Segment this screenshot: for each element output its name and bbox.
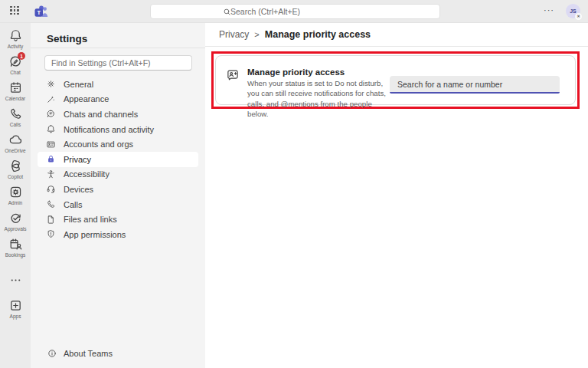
settings-item-notifications-and-activity[interactable]: Notifications and activity: [38, 122, 198, 137]
search-icon: [223, 8, 231, 16]
avatar[interactable]: JS: [566, 4, 580, 18]
breadcrumb-separator: >: [254, 30, 259, 39]
settings-item-files-and-links[interactable]: Files and links: [38, 212, 198, 227]
bell-icon: [46, 124, 56, 134]
rail-item-approvals[interactable]: Approvals: [0, 209, 31, 235]
settings-header: Settings: [31, 23, 205, 48]
rail-item-label: Admin: [8, 200, 22, 205]
admin-gear-icon: [8, 185, 23, 199]
document-icon: [46, 215, 56, 225]
top-bar: T ··· JS: [0, 0, 588, 23]
bookings-icon: [8, 237, 23, 251]
info-icon: [47, 349, 57, 358]
settings-sidebar: Settings GeneralAppearanceChats and chan…: [31, 23, 205, 368]
settings-item-privacy[interactable]: Privacy: [38, 152, 198, 167]
breadcrumb-privacy[interactable]: Privacy: [219, 29, 249, 40]
settings-item-label: General: [64, 80, 93, 89]
priority-search-input[interactable]: [390, 76, 560, 94]
rail-item-label: OneDrive: [5, 148, 25, 153]
cloud-icon: [8, 133, 23, 147]
global-search[interactable]: [150, 4, 440, 19]
settings-search: [44, 55, 192, 71]
rail-item-copilot[interactable]: Copilot: [0, 156, 31, 182]
priority-search: [390, 76, 560, 94]
settings-item-accessibility[interactable]: Accessibility: [38, 167, 198, 182]
rail-item-label: Chat: [10, 70, 21, 75]
manage-priority-access-card: Manage priority access When your status …: [215, 55, 576, 105]
settings-item-calls[interactable]: Calls: [38, 197, 198, 212]
app-layout: Activity1ChatCalendarCallsOneDriveCopilo…: [0, 23, 588, 368]
rail-item-label: Copilot: [8, 174, 23, 179]
calendar-icon: [8, 80, 23, 95]
app-rail: Activity1ChatCalendarCallsOneDriveCopilo…: [0, 23, 31, 368]
settings-item-app-permissions[interactable]: App permissions: [38, 227, 198, 242]
accessibility-icon: [46, 169, 56, 179]
more-options-icon[interactable]: ···: [544, 5, 554, 15]
rail-item-label: Calls: [10, 122, 21, 127]
phone-icon: [46, 199, 56, 209]
unread-badge: 1: [18, 52, 25, 60]
app-launcher-icon[interactable]: [10, 6, 21, 17]
about-teams-label: About Teams: [64, 349, 113, 358]
settings-item-label: Notifications and activity: [64, 125, 154, 134]
headset-icon: [46, 184, 56, 194]
settings-item-label: Accessibility: [64, 169, 109, 179]
copilot-icon: [8, 159, 23, 173]
approvals-icon: [8, 211, 23, 225]
rail-item-label: Apps: [10, 314, 21, 319]
settings-item-appearance[interactable]: Appearance: [38, 92, 198, 107]
rail-item-calls[interactable]: Calls: [0, 104, 31, 130]
id-card-icon: [46, 140, 56, 150]
settings-item-label: Calls: [64, 200, 82, 209]
settings-search-input[interactable]: [44, 55, 192, 71]
settings-nav-list: GeneralAppearanceChats and channelsNotif…: [31, 77, 205, 242]
rail-item-label: Approvals: [5, 226, 27, 232]
global-search-input[interactable]: [230, 7, 433, 16]
settings-item-label: Files and links: [64, 215, 117, 224]
phone-icon: [8, 107, 23, 121]
settings-item-accounts-and-orgs[interactable]: Accounts and orgs: [38, 136, 198, 152]
more-icon: [8, 273, 23, 288]
avatar-initials: JS: [570, 8, 577, 14]
card-title: Manage priority access: [247, 67, 390, 77]
rail-item-activity[interactable]: Activity: [0, 26, 31, 52]
rail-item-label: Activity: [8, 44, 24, 49]
settings-item-label: Accounts and orgs: [64, 140, 133, 149]
rail-item-admin[interactable]: Admin: [0, 182, 31, 209]
lock-icon: [46, 154, 56, 164]
settings-item-devices[interactable]: Devices: [38, 182, 198, 197]
rail-item-bookings[interactable]: Bookings: [0, 235, 31, 261]
about-teams-button[interactable]: About Teams: [47, 349, 113, 358]
chat-bubble-icon: [46, 109, 56, 119]
red-annotation-rectangle: Manage priority access When your status …: [211, 51, 580, 109]
rail-item-label: Calendar: [5, 96, 25, 101]
rail-item-onedrive[interactable]: OneDrive: [0, 130, 31, 156]
apps-icon: [8, 298, 23, 313]
settings-item-label: Devices: [64, 185, 93, 194]
rail-item-label: Bookings: [5, 252, 26, 258]
card-description: When your status is set to Do not distur…: [247, 78, 390, 120]
svg-text:T: T: [37, 9, 41, 16]
settings-title: Settings: [47, 33, 87, 44]
card-text: Manage priority access When your status …: [247, 67, 390, 120]
rail-item-more[interactable]: [0, 271, 31, 291]
gear-icon: [46, 79, 56, 89]
shield-icon: [46, 229, 56, 239]
settings-item-chats-and-channels[interactable]: Chats and channels: [38, 107, 198, 122]
breadcrumb-current: Manage priority access: [265, 29, 371, 40]
settings-item-general[interactable]: General: [38, 77, 198, 92]
wand-icon: [46, 94, 56, 104]
rail-item-chat[interactable]: 1Chat: [0, 52, 31, 78]
settings-item-label: Appearance: [64, 94, 109, 104]
settings-item-label: App permissions: [64, 230, 126, 239]
settings-item-label: Privacy: [64, 155, 91, 164]
breadcrumb: Privacy > Manage priority access: [205, 23, 588, 47]
main-content: Privacy > Manage priority access Manage …: [205, 23, 588, 368]
rail-item-apps[interactable]: Apps: [0, 296, 31, 322]
presence-offline-icon: [575, 13, 582, 20]
rail-item-calendar[interactable]: Calendar: [0, 78, 31, 104]
settings-item-label: Chats and channels: [64, 110, 138, 119]
bell-icon: [8, 28, 23, 43]
person-priority-icon: [226, 68, 240, 82]
teams-logo-icon[interactable]: T: [34, 5, 49, 18]
